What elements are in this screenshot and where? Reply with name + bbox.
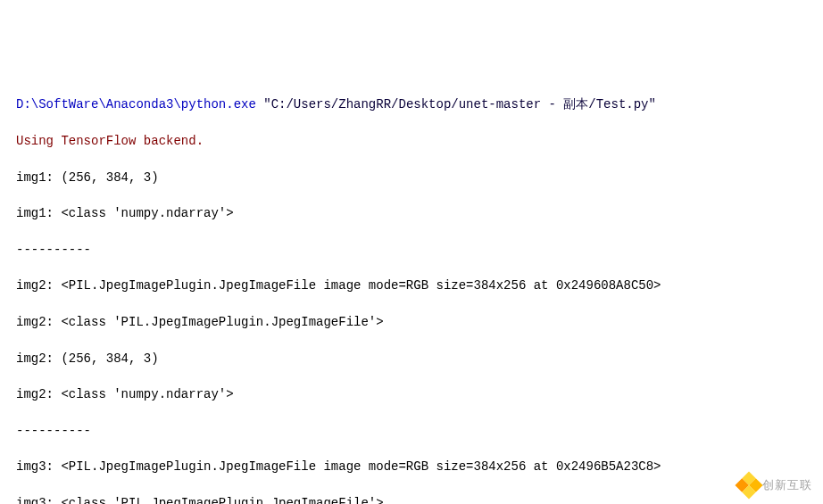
output-line: img3: <class 'PIL.JpegImagePlugin.JpegIm… <box>16 494 807 504</box>
output-line: img2: (256, 384, 3) <box>16 350 807 368</box>
watermark-logo: 创新互联 <box>739 475 812 495</box>
output-line: ---------- <box>16 422 807 440</box>
console-output: D:\SoftWare\Anaconda3\python.exe "C:/Use… <box>16 78 807 504</box>
output-line: img2: <class 'PIL.JpegImagePlugin.JpegIm… <box>16 313 807 331</box>
output-line: img3: <PIL.JpegImagePlugin.JpegImageFile… <box>16 458 807 475</box>
tensorflow-warning: Using TensorFlow backend. <box>16 132 807 150</box>
script-path: "C:/Users/ZhangRR/Desktop/unet-master - … <box>263 97 656 112</box>
output-line: img2: <class 'numpy.ndarray'> <box>16 385 807 403</box>
output-line: img2: <PIL.JpegImagePlugin.JpegImageFile… <box>16 277 807 294</box>
output-line: img1: (256, 384, 3) <box>16 169 807 186</box>
watermark-text: 创新互联 <box>762 477 812 494</box>
python-exe-path: D:\SoftWare\Anaconda3\python.exe <box>16 97 263 112</box>
output-line: ---------- <box>16 241 807 259</box>
output-line: img1: <class 'numpy.ndarray'> <box>16 204 807 222</box>
watermark-icon <box>735 471 762 499</box>
